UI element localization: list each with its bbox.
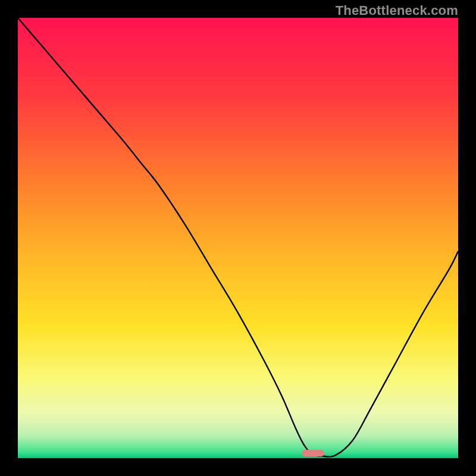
optimum-marker — [302, 450, 324, 456]
watermark-text: TheBottleneck.com — [336, 3, 458, 18]
plot-area — [18, 18, 458, 458]
chart-frame: TheBottleneck.com — [0, 0, 476, 476]
curve-layer — [18, 18, 458, 458]
bottleneck-curve — [18, 18, 458, 457]
